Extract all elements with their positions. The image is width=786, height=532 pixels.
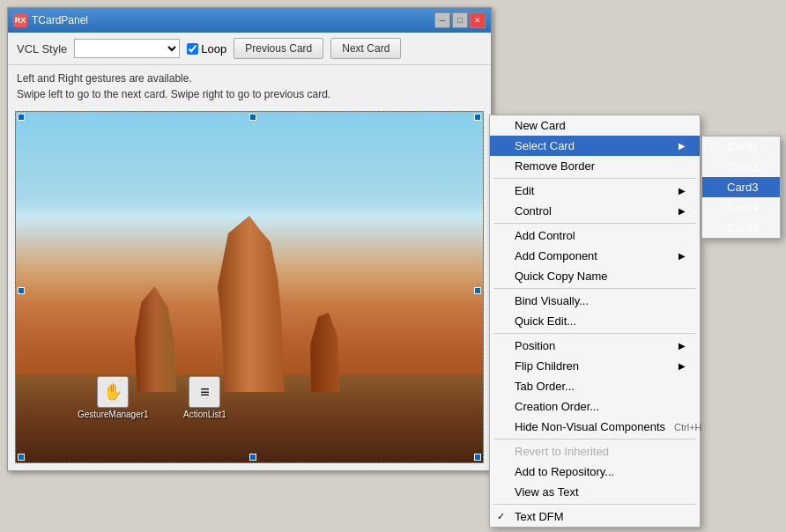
flip-children-arrow: ▶ [678,361,686,371]
handle-ml[interactable] [18,287,25,294]
loop-checkbox-group: Loop [187,42,226,55]
menu-item-creation-order[interactable]: Creation Order... [490,396,700,417]
menu-item-position-label: Position [515,339,555,352]
menu-item-tab-order-label: Tab Order... [515,380,575,393]
menu-item-creation-order-label: Creation Order... [515,400,599,413]
handle-tm[interactable] [249,114,256,121]
menu-item-view-as-text-label: View as Text [515,485,579,499]
menu-item-select-card-label: Select Card [515,139,575,152]
menu-item-add-control[interactable]: Add Control [490,225,700,246]
sep2 [493,223,696,224]
menu-item-control-label: Control [515,204,552,218]
sep1 [493,178,696,179]
window-title: TCardPanel [32,14,88,26]
action-list-icon[interactable]: ≡ ActionList1 [183,376,226,419]
gesture-manager-label: GestureManager1 [78,410,149,419]
handle-br[interactable] [474,454,481,461]
control-arrow: ▶ [678,206,686,216]
menu-item-position[interactable]: Position ▶ [490,336,700,356]
minimize-button[interactable]: ─ [434,12,450,28]
handle-tr[interactable] [474,114,481,121]
gesture-manager-icon[interactable]: ✋ GestureManager1 [78,376,149,419]
submenu-card4[interactable]: Card4 [702,197,780,218]
menu-item-bind-visually[interactable]: Bind Visually... [490,291,700,311]
vcl-style-label: VCL Style [17,42,67,55]
action-list-label: ActionList1 [183,410,226,419]
menu-item-flip-children-label: Flip Children [515,359,579,373]
menu-item-view-as-text[interactable]: View as Text [490,482,700,502]
info-text: Left and Right gestures are available. S… [8,65,491,107]
position-arrow: ▶ [678,341,686,351]
menu-item-flip-children[interactable]: Flip Children ▶ [490,356,700,376]
loop-checkbox[interactable] [187,43,198,55]
menu-item-text-dfm-label: Text DFM [515,510,564,523]
menu-item-add-component[interactable]: Add Component ▶ [490,246,700,266]
menu-item-add-component-label: Add Component [515,249,597,262]
app-icon: RX [13,13,27,27]
card4-label: Card4 [727,201,758,214]
select-card-submenu: ✓ Card1 Card2 Card3 Card4 Card5 [701,136,781,239]
menu-item-quick-copy-name[interactable]: Quick Copy Name [490,266,700,286]
menu-item-revert-inherited: Revert to Inherited [490,441,700,462]
menu-item-edit[interactable]: Edit ▶ [490,181,700,201]
next-card-button[interactable]: Next Card [330,38,401,59]
text-dfm-check: ✓ [497,511,505,522]
title-bar-left: RX TCardPanel [13,13,88,27]
title-bar-buttons: ─ □ ✕ [434,12,486,28]
add-component-arrow: ▶ [678,251,686,261]
hide-non-visual-shortcut: Ctrl+H [674,422,701,432]
menu-item-revert-inherited-label: Revert to Inherited [515,445,609,458]
sep3 [493,288,696,289]
menu-item-remove-border[interactable]: Remove Border [490,156,700,176]
context-menu: New Card Select Card ▶ ✓ Card1 Card2 Car… [489,115,701,528]
menu-item-quick-edit[interactable]: Quick Edit... [490,311,700,331]
menu-item-add-control-label: Add Control [515,229,575,242]
canvas-area[interactable]: ✋ GestureManager1 ≡ ActionList1 [15,111,484,463]
action-list-img: ≡ [189,376,220,408]
menu-item-tab-order[interactable]: Tab Order... [490,376,700,396]
handle-bl[interactable] [18,454,25,461]
menu-item-quick-edit-label: Quick Edit... [515,314,576,328]
menu-item-add-to-repository[interactable]: Add to Repository... [490,462,700,482]
menu-item-edit-label: Edit [515,184,534,197]
menu-item-hide-non-visual[interactable]: Hide Non-Visual Components Ctrl+H [490,417,700,437]
prev-card-button[interactable]: Previous Card [234,38,323,59]
card1-label: Card1 [727,140,758,153]
submenu-card3[interactable]: Card3 [702,177,780,197]
submenu-card2[interactable]: Card2 [702,157,780,177]
edit-arrow: ▶ [678,186,686,196]
submenu-card1[interactable]: ✓ Card1 [702,137,780,157]
card1-check: ✓ [709,140,717,151]
menu-item-hide-non-visual-label: Hide Non-Visual Components [515,420,665,433]
title-bar: RX TCardPanel ─ □ ✕ [8,8,491,33]
card2-label: Card2 [727,160,758,174]
handle-tl[interactable] [18,114,25,121]
submenu-card5[interactable]: Card5 [702,218,780,238]
sep6 [493,504,696,505]
sep5 [493,439,696,440]
select-card-arrow: ▶ [678,141,686,151]
sep4 [493,333,696,334]
toolbar: VCL Style Loop Previous Card Next Card [8,33,491,65]
restore-button[interactable]: □ [452,12,468,28]
gesture-manager-img: ✋ [97,376,129,408]
main-window: RX TCardPanel ─ □ ✕ VCL Style Loop Previ… [7,7,492,471]
close-button[interactable]: ✕ [470,12,486,28]
info-line2: Swipe left to go to the next card. Swipe… [17,86,482,102]
menu-item-remove-border-label: Remove Border [515,159,595,173]
loop-label: Loop [201,42,226,55]
menu-item-text-dfm[interactable]: ✓ Text DFM [490,506,700,527]
menu-item-control[interactable]: Control ▶ [490,201,700,221]
info-line1: Left and Right gestures are available. [17,70,482,86]
handle-mr[interactable] [474,287,481,294]
menu-item-new-card[interactable]: New Card [490,115,700,136]
card5-label: Card5 [727,221,758,234]
handle-bm[interactable] [249,454,256,461]
card3-label: Card3 [727,181,758,194]
vcl-style-dropdown[interactable] [74,39,180,58]
menu-item-quick-copy-name-label: Quick Copy Name [515,270,607,283]
menu-item-add-to-repository-label: Add to Repository... [515,465,614,478]
menu-item-select-card[interactable]: Select Card ▶ ✓ Card1 Card2 Card3 Card4 … [490,136,700,156]
menu-item-bind-visually-label: Bind Visually... [515,294,589,307]
menu-item-new-card-label: New Card [515,119,566,132]
